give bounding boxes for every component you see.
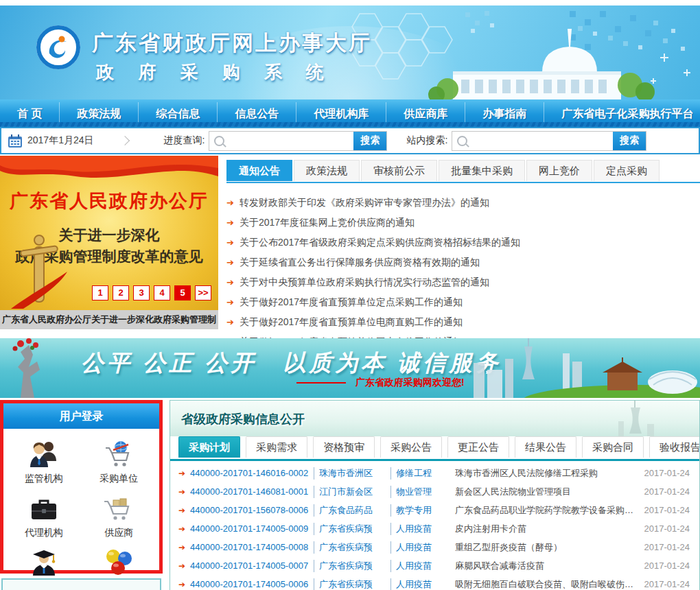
row-title-link[interactable]: 新会区人民法院物业管理项目 bbox=[455, 486, 638, 498]
tab-procurement-plan[interactable]: 采购计划 bbox=[178, 436, 240, 458]
arrow-bullet-icon: ➔ bbox=[178, 506, 185, 515]
nav-item-home[interactable]: 首 页 bbox=[0, 102, 59, 125]
tab-acceptance-report[interactable]: 验收报告 bbox=[649, 436, 700, 458]
procurement-row: ➔ 440000-201701-146016-0002 珠海市香洲区 修缮工程 … bbox=[178, 464, 690, 482]
pillar-illustration bbox=[4, 228, 86, 310]
site-search-input[interactable] bbox=[470, 132, 613, 150]
row-category-link[interactable]: 人用疫苗 bbox=[390, 560, 448, 572]
row-category-link[interactable]: 修缮工程 bbox=[390, 467, 448, 480]
pager-button-5-active[interactable]: 5 bbox=[174, 285, 191, 300]
row-id-link[interactable]: 440000-201701-174005-0007 bbox=[190, 560, 314, 571]
tab-online-bidding[interactable]: 网上竞价 bbox=[526, 160, 592, 181]
login-supplier[interactable]: 供应商 bbox=[82, 488, 157, 543]
row-title-link[interactable]: 吸附无细胞百白破联合疫苗、吸附白喉破伤风联合疫苗 bbox=[455, 578, 638, 590]
pager-button-1[interactable]: 1 bbox=[92, 285, 108, 300]
row-title-link[interactable]: 广东食品药品职业学院药学院教学设备采购项目 bbox=[455, 504, 638, 517]
tab-policies[interactable]: 政策法规 bbox=[294, 160, 360, 181]
arrow-bullet-icon: ➔ bbox=[226, 312, 234, 332]
arrow-bullet-icon: ➔ bbox=[226, 292, 234, 312]
row-date: 2017-01-24 bbox=[644, 486, 690, 497]
row-region-link[interactable]: 珠海市香洲区 bbox=[314, 467, 390, 480]
procurement-row: ➔ 440000-201701-174005-0006 广东省疾病预 人用疫苗 … bbox=[178, 575, 690, 590]
news-link[interactable]: 关于公布2017年省级政府采购定点采购供应商资格招标结果的通知 bbox=[240, 233, 520, 252]
news-link[interactable]: 关于延续省直公务出行保障服务供应商资格有效期的通知 bbox=[240, 252, 480, 272]
tab-batch-procurement[interactable]: 批量集中采购 bbox=[439, 160, 525, 181]
city-skyline-illustration bbox=[467, 338, 700, 398]
row-region-link[interactable]: 广东省疾病预 bbox=[314, 541, 390, 554]
news-link[interactable]: 关于2017年度征集网上竞价供应商的通知 bbox=[240, 213, 415, 233]
login-agency[interactable]: 代理机构 bbox=[6, 488, 82, 543]
row-region-link[interactable]: 广东省疾病预 bbox=[314, 578, 390, 590]
carousel-slide[interactable]: 广东省人民政府办公厅 关于进一步深化 政府采购管理制度改革的意见 1 2 3 4… bbox=[0, 156, 218, 310]
login-purchaser[interactable]: 采购单位 bbox=[82, 434, 157, 488]
row-id-link[interactable]: 440000-201701-174005-0006 bbox=[190, 579, 314, 589]
row-category-link[interactable]: 教学专用 bbox=[390, 504, 448, 517]
briefcase-icon bbox=[27, 493, 60, 526]
pager-button-3[interactable]: 3 bbox=[133, 285, 150, 300]
progress-search-input[interactable] bbox=[227, 132, 353, 150]
nav-item-agency-library[interactable]: 代理机构库 bbox=[296, 102, 386, 125]
row-title-link[interactable]: 重组乙型肝炎疫苗（酵母） bbox=[455, 541, 638, 554]
row-category-link[interactable]: 人用疫苗 bbox=[390, 541, 448, 554]
row-id-link[interactable]: 440000-201701-146081-0001 bbox=[190, 486, 314, 497]
carousel-caption[interactable]: 广东省人民政府办公厅关于进一步深化政府采购管理制 bbox=[0, 310, 218, 329]
login-user-label: 监管机构 bbox=[25, 473, 63, 485]
tab-correction-notice[interactable]: 更正公告 bbox=[447, 436, 509, 458]
nav-item-general-info[interactable]: 综合信息 bbox=[138, 102, 217, 125]
row-title-link[interactable]: 珠海市香洲区人民法院修缮工程采购 bbox=[455, 467, 638, 480]
row-region-link[interactable]: 广东省疾病预 bbox=[314, 560, 390, 572]
row-category-link[interactable]: 人用疫苗 bbox=[390, 578, 448, 590]
pager-next-button[interactable]: >> bbox=[195, 285, 211, 300]
carousel-heading: 广东省人民政府办公厅 bbox=[0, 189, 218, 213]
tab-notices[interactable]: 通知公告 bbox=[226, 160, 292, 181]
tab-prequalification[interactable]: 资格预审 bbox=[313, 436, 375, 458]
row-region-link[interactable]: 广东食品药品 bbox=[314, 504, 390, 517]
row-date: 2017-01-24 bbox=[644, 505, 690, 515]
nav-item-announcements[interactable]: 信息公告 bbox=[217, 102, 296, 125]
news-item: ➔关于对中央预算单位政府采购执行情况实行动态监管的通知 bbox=[226, 272, 700, 292]
login-supervisor[interactable]: 监管机构 bbox=[6, 434, 82, 488]
row-id-link[interactable]: 440000-201701-174005-0008 bbox=[190, 542, 314, 552]
toolbar: 2017年1月24日 进度查询: 搜索 站内搜索: 搜索 bbox=[0, 127, 700, 154]
search-icon bbox=[457, 136, 467, 146]
progress-search-label: 进度查询: bbox=[164, 134, 205, 147]
arrow-bullet-icon: ➔ bbox=[178, 561, 185, 571]
row-id-link[interactable]: 440000-201701-174005-0009 bbox=[190, 523, 314, 534]
tab-designated-procurement[interactable]: 定点采购 bbox=[594, 160, 660, 181]
tab-procurement-contract[interactable]: 采购合同 bbox=[582, 436, 644, 458]
procurement-row: ➔ 440000-201701-174005-0007 广东省疾病预 人用疫苗 … bbox=[178, 556, 690, 575]
row-region-link[interactable]: 江门市新会区 bbox=[314, 486, 390, 498]
news-item: ➔转发财政部关于印发《政府采购评审专家管理办法》的通知 bbox=[226, 193, 700, 213]
row-title-link[interactable]: 麻腮风联合减毒活疫苗 bbox=[455, 560, 638, 572]
site-search-button[interactable]: 搜索 bbox=[613, 132, 646, 150]
progress-search-box: 搜索 bbox=[209, 131, 387, 151]
news-link[interactable]: 关于对中央预算单位政府采购执行情况实行动态监管的通知 bbox=[240, 272, 489, 292]
nav-item-supplier-library[interactable]: 供应商库 bbox=[386, 102, 465, 125]
news-link[interactable]: 关于做好2017年度省直预算单位定点采购工作的通知 bbox=[240, 292, 463, 312]
pager-button-4[interactable]: 4 bbox=[154, 285, 170, 300]
tab-result-notice[interactable]: 结果公告 bbox=[515, 436, 576, 458]
row-category-link[interactable]: 物业管理 bbox=[390, 486, 448, 498]
news-link[interactable]: 关于做好2017年度省直预算单位电商直购工作的通知 bbox=[240, 312, 463, 332]
nav-item-eprocurement-platform[interactable]: 广东省电子化采购执行平台 bbox=[544, 102, 700, 125]
row-title-link[interactable]: 皮内注射用卡介苗 bbox=[455, 523, 638, 535]
row-id-link[interactable]: 440000-201701-146016-0002 bbox=[190, 468, 314, 478]
color-balls-icon bbox=[102, 547, 135, 580]
row-date: 2017-01-24 bbox=[644, 579, 690, 589]
row-date: 2017-01-24 bbox=[644, 560, 690, 571]
row-region-link[interactable]: 广东省疾病预 bbox=[314, 523, 390, 535]
nav-item-guide[interactable]: 办事指南 bbox=[465, 102, 544, 125]
login-user-label: 代理机构 bbox=[25, 527, 63, 539]
news-link[interactable]: 转发财政部关于印发《政府采购评审专家管理办法》的通知 bbox=[240, 193, 489, 213]
pager-button-2[interactable]: 2 bbox=[113, 285, 129, 300]
tab-pre-review[interactable]: 审核前公示 bbox=[361, 160, 437, 181]
tab-procurement-demand[interactable]: 采购需求 bbox=[246, 436, 307, 458]
slogan-banner: 公平 公正 公开 以质为本 诚信服务 广东省政府采购网欢迎您! bbox=[0, 338, 700, 398]
row-id-link[interactable]: 440000-201701-156078-0006 bbox=[190, 505, 314, 515]
row-category-link[interactable]: 人用疫苗 bbox=[390, 523, 448, 535]
tab-procurement-notice[interactable]: 采购公告 bbox=[380, 436, 442, 458]
chevron-right-icon bbox=[119, 136, 129, 145]
progress-search-button[interactable]: 搜索 bbox=[353, 132, 386, 150]
nav-item-policies[interactable]: 政策法规 bbox=[59, 102, 138, 125]
site-subtitle: 政 府 采 购 系 统 bbox=[96, 60, 334, 84]
